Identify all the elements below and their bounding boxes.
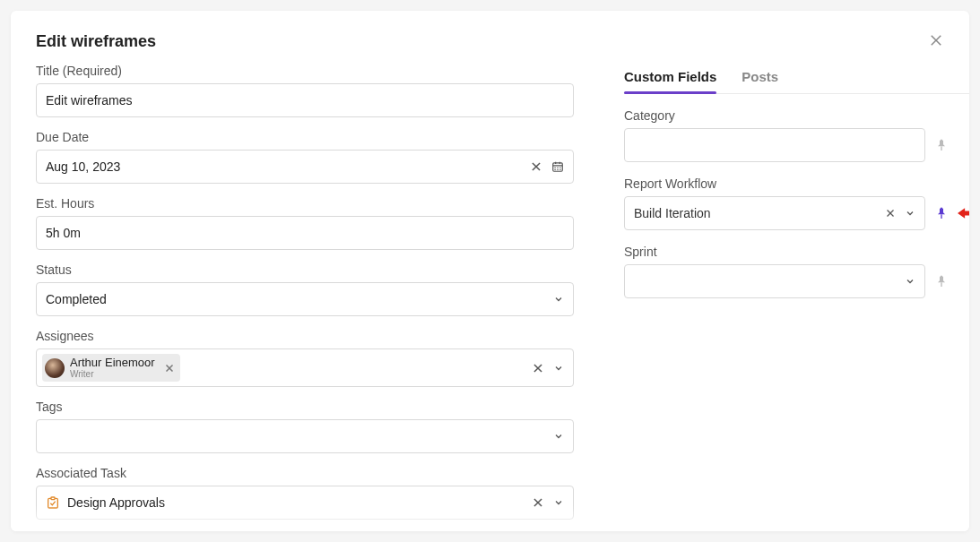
category-input[interactable] <box>624 128 925 162</box>
svg-rect-25 <box>941 214 941 219</box>
associated-task-field-group: Associated Task Design Approvals <box>36 466 574 520</box>
task-icon <box>46 495 60 510</box>
tags-select[interactable] <box>36 419 574 453</box>
modal-header: Edit wireframes <box>36 32 944 51</box>
clear-icon[interactable] <box>532 496 544 509</box>
est-hours-field-group: Est. Hours 5h 0m <box>36 196 574 250</box>
clear-icon[interactable] <box>532 362 544 374</box>
status-value: Completed <box>46 292 107 306</box>
arrow-left-icon <box>958 206 969 220</box>
chevron-down-icon <box>905 276 915 287</box>
assignees-field-group: Assignees Arthur Einemoor Writer <box>36 329 574 387</box>
status-label: Status <box>36 262 574 277</box>
category-field-group: Category <box>624 108 969 162</box>
assignee-role: Writer <box>70 369 155 379</box>
avatar <box>45 358 65 378</box>
workflow-label: Report Workflow <box>624 176 969 191</box>
chevron-down-icon <box>553 497 564 508</box>
associated-task-label: Associated Task <box>36 466 574 480</box>
sprint-select[interactable] <box>624 264 925 298</box>
assignee-name: Arthur Einemoor <box>70 357 155 369</box>
svg-rect-22 <box>941 146 941 151</box>
chevron-down-icon <box>553 363 564 374</box>
associated-task-value: Design Approvals <box>67 495 165 510</box>
associated-task-select[interactable]: Design Approvals <box>36 486 574 520</box>
title-field-group: Title (Required) Edit wireframes <box>36 64 574 117</box>
chevron-down-icon <box>553 431 564 442</box>
workflow-value: Build Iteration <box>634 206 711 220</box>
tags-label: Tags <box>36 400 574 414</box>
right-column: Custom Fields Posts Category Report Work… <box>624 64 969 531</box>
status-field-group: Status Completed <box>36 262 574 316</box>
edit-task-modal: Edit wireframes Title (Required) Edit wi… <box>11 11 969 531</box>
clear-icon[interactable] <box>530 160 542 173</box>
close-icon[interactable] <box>928 32 944 48</box>
pin-icon[interactable] <box>934 138 949 152</box>
pin-icon[interactable] <box>934 206 949 220</box>
sprint-field-group: Sprint <box>624 245 969 298</box>
status-select[interactable]: Completed <box>36 282 574 316</box>
left-column: Title (Required) Edit wireframes Due Dat… <box>36 64 574 531</box>
assignee-text: Arthur Einemoor Writer <box>70 357 155 379</box>
tabs: Custom Fields Posts <box>624 64 969 94</box>
est-hours-label: Est. Hours <box>36 196 574 211</box>
remove-chip-icon[interactable] <box>164 363 175 374</box>
est-hours-input[interactable]: 5h 0m <box>36 216 574 250</box>
tags-field-group: Tags <box>36 400 574 453</box>
est-hours-value: 5h 0m <box>46 226 81 240</box>
chevron-down-icon <box>905 208 915 219</box>
chevron-down-icon <box>553 294 564 305</box>
svg-rect-26 <box>941 282 941 287</box>
tab-custom-fields[interactable]: Custom Fields <box>624 64 716 93</box>
sprint-label: Sprint <box>624 245 969 259</box>
modal-body: Title (Required) Edit wireframes Due Dat… <box>36 64 944 531</box>
title-label: Title (Required) <box>36 64 574 78</box>
pin-icon[interactable] <box>934 274 949 288</box>
assignees-label: Assignees <box>36 329 574 343</box>
due-date-field-group: Due Date Aug 10, 2023 <box>36 130 574 184</box>
due-date-value: Aug 10, 2023 <box>46 159 120 174</box>
workflow-field-group: Report Workflow Build Iteration <box>624 176 969 230</box>
assignee-chip: Arthur Einemoor Writer <box>42 354 180 382</box>
due-date-input[interactable]: Aug 10, 2023 <box>36 150 574 184</box>
assignees-select[interactable]: Arthur Einemoor Writer <box>36 348 574 387</box>
due-date-label: Due Date <box>36 130 574 144</box>
svg-rect-19 <box>51 497 55 500</box>
clear-icon[interactable] <box>885 208 896 219</box>
title-value: Edit wireframes <box>46 93 132 108</box>
workflow-select[interactable]: Build Iteration <box>624 196 925 230</box>
category-label: Category <box>624 108 969 123</box>
calendar-icon[interactable] <box>551 160 564 173</box>
tab-posts[interactable]: Posts <box>742 64 778 93</box>
modal-title: Edit wireframes <box>36 32 156 51</box>
title-input[interactable]: Edit wireframes <box>36 83 574 117</box>
